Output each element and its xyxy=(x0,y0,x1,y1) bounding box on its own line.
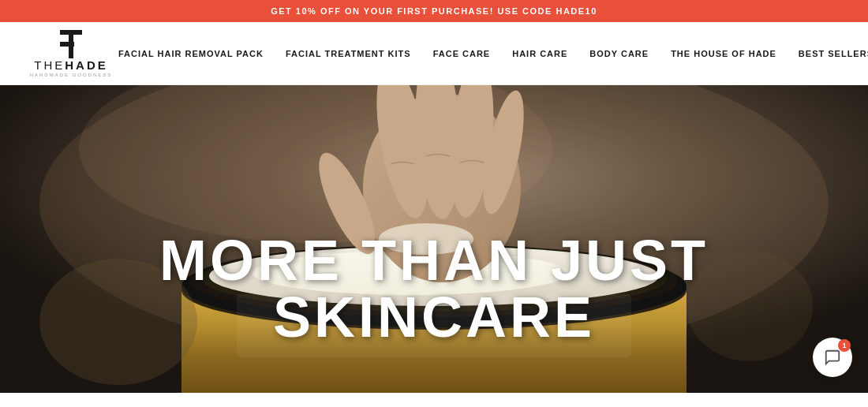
announcement-text: GET 10% OFF ON YOUR FIRST PURCHASE! USE … xyxy=(271,6,597,16)
logo-tagline: HANDMADE GOODNESS xyxy=(30,73,113,77)
svg-text:H: H xyxy=(63,49,69,57)
site-header: H THE HADE HANDMADE GOODNESS FACIAL HAIR… xyxy=(0,22,868,85)
nav-item-hair-care[interactable]: HAIR CARE xyxy=(512,49,567,58)
hero-text-area: MORE THAN JUST SKINCARE xyxy=(0,232,868,345)
logo[interactable]: H THE HADE HANDMADE GOODNESS xyxy=(24,30,118,77)
hero-headline: MORE THAN JUST SKINCARE xyxy=(0,232,868,345)
nav-item-facial-treatment[interactable]: FACIAL TREATMENT KITS xyxy=(286,49,411,58)
nav-item-body-care[interactable]: BODY CARE xyxy=(589,49,649,58)
svg-rect-2 xyxy=(60,42,74,47)
chat-icon xyxy=(824,349,841,366)
nav-item-house-of-hade[interactable]: THE HOUSE OF HADE xyxy=(671,49,776,58)
chat-button[interactable]: 1 xyxy=(813,338,852,377)
nav-item-face-care[interactable]: FACE CARE xyxy=(433,49,491,58)
logo-hade: HADE xyxy=(65,58,108,72)
svg-rect-1 xyxy=(60,30,82,35)
main-nav: FACIAL HAIR REMOVAL PACK FACIAL TREATMEN… xyxy=(118,49,868,58)
nav-item-best-sellers[interactable]: BEST SELLERS xyxy=(799,49,868,58)
logo-the: THE xyxy=(34,58,65,72)
logo-icon: H xyxy=(60,30,82,58)
announcement-bar: GET 10% OFF ON YOUR FIRST PURCHASE! USE … xyxy=(0,0,868,22)
nav-item-facial-hair-removal[interactable]: FACIAL HAIR REMOVAL PACK xyxy=(118,49,264,58)
hero-section: MORE THAN JUST SKINCARE 1 xyxy=(0,85,868,393)
chat-badge-count: 1 xyxy=(838,339,851,352)
